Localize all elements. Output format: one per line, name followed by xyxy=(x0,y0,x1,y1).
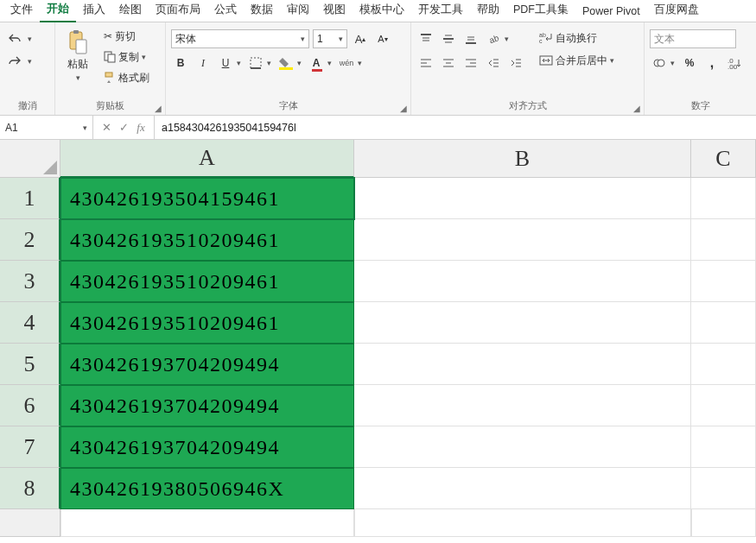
fill-color-dropdown[interactable]: ▾ xyxy=(295,59,303,67)
cell-B3[interactable] xyxy=(354,261,691,302)
decrease-indent-button[interactable] xyxy=(484,54,503,73)
cell-B9[interactable] xyxy=(354,509,691,537)
alignment-dialog-launcher[interactable]: ◢ xyxy=(632,103,642,113)
merge-dropdown[interactable]: ▾ xyxy=(610,56,614,65)
phonetic-dropdown[interactable]: ▾ xyxy=(356,59,364,67)
currency-dropdown[interactable]: ▾ xyxy=(669,59,677,67)
decrease-font-button[interactable]: A▾ xyxy=(373,29,392,48)
align-bottom-button[interactable] xyxy=(461,29,480,48)
tab-home[interactable]: 开始 xyxy=(40,0,76,22)
cell-B8[interactable] xyxy=(354,468,691,509)
cell-C5[interactable] xyxy=(691,344,756,385)
tab-draw[interactable]: 绘图 xyxy=(112,0,149,22)
tab-view[interactable]: 视图 xyxy=(316,0,353,22)
copy-button[interactable]: 复制 ▾ xyxy=(100,48,153,66)
paste-button[interactable]: 粘贴 ▾ xyxy=(60,26,95,85)
tab-insert[interactable]: 插入 xyxy=(76,0,112,22)
row-header-5[interactable]: 5 xyxy=(0,344,60,385)
align-left-button[interactable] xyxy=(416,54,435,73)
border-button[interactable] xyxy=(246,54,265,73)
tab-file[interactable]: 文件 xyxy=(3,0,40,22)
cut-button[interactable]: ✂ 剪切 xyxy=(100,28,153,45)
insert-function-button[interactable]: fx xyxy=(133,121,149,135)
cell-B1[interactable] xyxy=(354,178,691,219)
cell-C2[interactable] xyxy=(691,219,756,261)
row-header-6[interactable]: 6 xyxy=(0,385,60,426)
tab-review[interactable]: 审阅 xyxy=(280,0,316,22)
align-right-button[interactable] xyxy=(461,54,480,73)
cell-B2[interactable] xyxy=(354,219,691,261)
currency-button[interactable] xyxy=(650,54,669,73)
name-box[interactable]: A1 ▾ xyxy=(0,116,93,140)
tab-data[interactable]: 数据 xyxy=(244,0,280,22)
cell-C6[interactable] xyxy=(691,385,756,426)
align-middle-button[interactable] xyxy=(439,29,458,48)
orientation-button[interactable]: ab xyxy=(484,29,503,48)
tab-help[interactable]: 帮助 xyxy=(470,0,506,22)
font-color-button[interactable]: A xyxy=(307,54,326,73)
tab-developer[interactable]: 开发工具 xyxy=(411,0,470,22)
phonetic-button[interactable]: wén xyxy=(337,54,356,73)
clipboard-dialog-launcher[interactable]: ◢ xyxy=(153,103,163,113)
row-header-1[interactable]: 1 xyxy=(0,178,60,219)
cell-A3[interactable]: 430426193510209461 xyxy=(60,261,354,302)
font-color-dropdown[interactable]: ▾ xyxy=(326,59,334,67)
undo-button[interactable] xyxy=(5,29,24,48)
increase-indent-button[interactable] xyxy=(506,54,525,73)
merge-center-button[interactable]: 合并后居中 ▾ xyxy=(536,52,618,69)
align-top-button[interactable] xyxy=(416,29,435,48)
cell-B5[interactable] xyxy=(354,344,691,385)
column-header-C[interactable]: C xyxy=(691,140,756,178)
align-center-button[interactable] xyxy=(439,54,458,73)
row-header-4[interactable]: 4 xyxy=(0,302,60,344)
cell-C3[interactable] xyxy=(691,261,756,302)
cell-A8[interactable]: 43042619380506946X xyxy=(60,468,354,509)
tab-formulas[interactable]: 公式 xyxy=(207,0,244,22)
number-format-select[interactable]: 文本 xyxy=(650,29,736,48)
row-header-2[interactable]: 2 xyxy=(0,219,60,261)
column-header-B[interactable]: B xyxy=(354,140,691,178)
cell-A5[interactable]: 430426193704209494 xyxy=(60,344,354,385)
copy-dropdown[interactable]: ▾ xyxy=(142,53,146,61)
formula-input[interactable]: a158430426193504159476l xyxy=(155,116,756,139)
increase-decimal-button[interactable]: .0.00 xyxy=(725,54,744,73)
cell-A1[interactable]: 430426193504159461 xyxy=(60,178,354,219)
tab-templates[interactable]: 模板中心 xyxy=(353,0,411,22)
font-size-select[interactable]: 1▾ xyxy=(313,29,347,48)
underline-button[interactable]: U xyxy=(216,54,235,73)
redo-button[interactable] xyxy=(5,52,24,71)
tab-pdf-tools[interactable]: PDF工具集 xyxy=(506,0,575,22)
cell-B6[interactable] xyxy=(354,385,691,426)
cell-C9[interactable] xyxy=(691,509,756,537)
cell-A7[interactable]: 430426193704209494 xyxy=(60,426,354,468)
name-box-dropdown[interactable]: ▾ xyxy=(83,123,87,132)
cell-B4[interactable] xyxy=(354,302,691,344)
cell-A9[interactable] xyxy=(60,509,354,537)
cell-B7[interactable] xyxy=(354,426,691,468)
cell-C4[interactable] xyxy=(691,302,756,344)
undo-dropdown[interactable]: ▾ xyxy=(28,35,32,43)
orientation-dropdown[interactable]: ▾ xyxy=(503,35,511,43)
increase-font-button[interactable]: A▴ xyxy=(351,29,370,48)
italic-button[interactable]: I xyxy=(194,54,213,73)
enter-formula-button[interactable]: ✓ xyxy=(116,121,131,134)
row-header-8[interactable]: 8 xyxy=(0,468,60,509)
column-header-A[interactable]: A xyxy=(60,140,354,178)
border-dropdown[interactable]: ▾ xyxy=(265,59,273,67)
font-dialog-launcher[interactable]: ◢ xyxy=(398,103,409,113)
font-name-select[interactable]: 宋体▾ xyxy=(171,29,309,48)
comma-button[interactable]: , xyxy=(702,54,721,73)
tab-power-pivot[interactable]: Power Pivot xyxy=(575,2,647,22)
row-header-3[interactable]: 3 xyxy=(0,261,60,302)
redo-dropdown[interactable]: ▾ xyxy=(28,57,32,66)
cancel-formula-button[interactable]: ✕ xyxy=(98,121,114,134)
cell-A6[interactable]: 430426193704209494 xyxy=(60,385,354,426)
fill-color-button[interactable] xyxy=(276,54,295,73)
percent-button[interactable]: % xyxy=(680,54,699,73)
cell-C8[interactable] xyxy=(691,468,756,509)
cell-C1[interactable] xyxy=(691,178,756,219)
wrap-text-button[interactable]: abc 自动换行 xyxy=(536,29,618,47)
bold-button[interactable]: B xyxy=(171,54,190,73)
paste-dropdown[interactable]: ▾ xyxy=(76,73,80,82)
cell-A4[interactable]: 430426193510209461 xyxy=(60,302,354,344)
